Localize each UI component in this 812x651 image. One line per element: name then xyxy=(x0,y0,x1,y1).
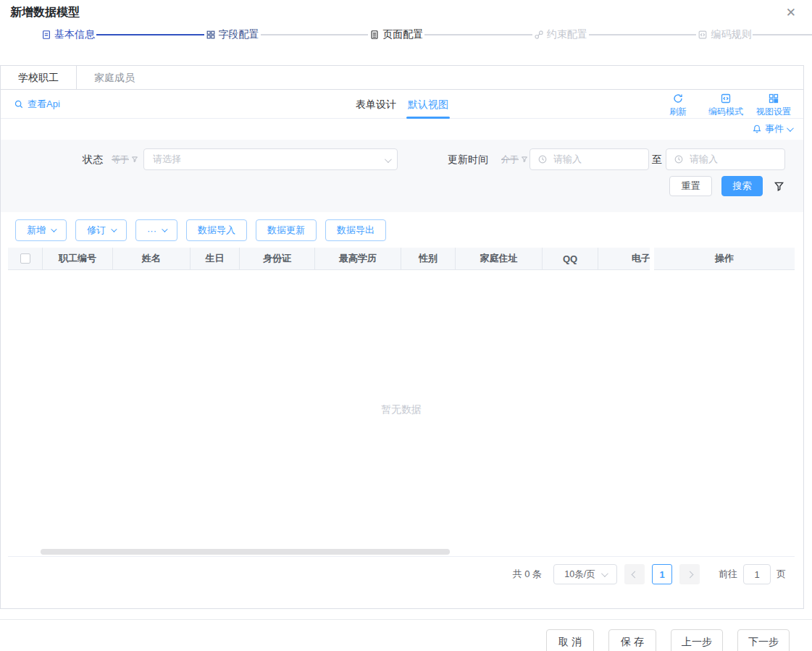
fields-grid-icon xyxy=(206,30,216,40)
events-row: 事件 xyxy=(1,119,803,140)
events-dropdown[interactable]: 事件 xyxy=(752,122,792,135)
view-api-link[interactable]: 查看Api xyxy=(14,90,60,119)
tab-form-design[interactable]: 表单设计 xyxy=(356,90,396,119)
empty-placeholder: 暂无数据 xyxy=(381,403,422,416)
code-mode-button[interactable]: 编码模式 xyxy=(702,93,750,118)
chevron-down-icon xyxy=(601,570,608,577)
total-count: 共 0 条 xyxy=(513,568,542,581)
data-import-button[interactable]: 数据导入 xyxy=(186,219,247,241)
status-operator[interactable]: 等于 xyxy=(112,148,138,170)
chevron-down-icon xyxy=(162,226,167,232)
tab-school-staff[interactable]: 学校职工 xyxy=(1,66,77,90)
step-label: 基本信息 xyxy=(54,28,95,41)
step-connector xyxy=(96,34,204,35)
view-settings-icon xyxy=(768,93,779,104)
add-data-model-dialog: 新增数据模型 ✕ 基本信息 字段配置 页面配置 约束配置 编码规则 xyxy=(0,0,812,651)
column-header: 生日 xyxy=(191,248,240,269)
horizontal-scrollbar xyxy=(8,548,795,556)
step-basic-info[interactable]: 基本信息 xyxy=(41,28,95,41)
column-header-operation: 操作 xyxy=(654,248,795,270)
page-unit-label: 页 xyxy=(777,568,786,581)
chevron-right-icon xyxy=(686,571,693,578)
status-filter-label: 状态 xyxy=(83,148,103,170)
chevron-left-icon xyxy=(631,571,638,578)
select-all-checkbox[interactable] xyxy=(20,253,30,264)
advanced-filter-button[interactable] xyxy=(774,181,784,192)
step-code-rule[interactable]: 编码规则 xyxy=(698,28,751,41)
column-header: 职工编号 xyxy=(43,248,113,269)
model-tabs-bar: 学校职工 家庭成员 xyxy=(1,66,803,90)
step-connector xyxy=(424,34,532,35)
refresh-button[interactable]: 刷新 xyxy=(654,93,702,118)
tab-family-members[interactable]: 家庭成员 xyxy=(77,66,152,90)
prev-step-button[interactable]: 上一步 xyxy=(671,629,723,651)
chevron-down-icon xyxy=(111,226,117,232)
data-update-button[interactable]: 数据更新 xyxy=(256,219,317,241)
column-header: 家庭住址 xyxy=(456,248,543,269)
toolbar-right-actions: 刷新 编码模式 视图设置 xyxy=(654,93,798,118)
chevron-down-icon xyxy=(787,125,794,132)
add-button[interactable]: 新增 xyxy=(15,219,67,241)
step-page-config[interactable]: 页面配置 xyxy=(369,28,423,41)
step-wizard: 基本信息 字段配置 页面配置 约束配置 编码规则 xyxy=(0,26,812,43)
funnel-icon xyxy=(774,181,784,192)
goto-page-input[interactable] xyxy=(743,564,771,584)
scrollbar-thumb[interactable] xyxy=(41,549,450,555)
update-time-start-input[interactable]: 请输入 xyxy=(530,148,649,170)
close-icon[interactable]: ✕ xyxy=(786,7,796,19)
code-rule-icon xyxy=(698,30,708,40)
step-connector xyxy=(589,34,697,35)
page-icon xyxy=(369,30,380,40)
link-icon xyxy=(534,30,544,40)
more-actions-button[interactable]: ··· xyxy=(135,219,177,241)
pagination: 共 0 条 10条/页 1 前往 页 xyxy=(1,563,786,585)
column-header: 性别 xyxy=(401,248,456,269)
view-settings-button[interactable]: 视图设置 xyxy=(750,93,798,118)
next-page-button[interactable] xyxy=(679,564,700,584)
refresh-icon xyxy=(672,93,684,104)
prev-page-button[interactable] xyxy=(624,564,645,584)
step-constraint-config[interactable]: 约束配置 xyxy=(534,28,587,41)
code-mode-icon xyxy=(720,93,732,104)
reset-button[interactable]: 重置 xyxy=(669,176,712,196)
step-field-config[interactable]: 字段配置 xyxy=(206,28,259,41)
save-button[interactable]: 保 存 xyxy=(608,629,656,651)
status-select[interactable]: 请选择 xyxy=(143,148,398,170)
data-table: 职工编号 姓名 生日 身份证 最高学历 性别 家庭住址 QQ 电子邮箱 暂无数据… xyxy=(8,248,795,557)
view-toolbar: 查看Api 表单设计 默认视图 刷新 编码模式 视图设置 xyxy=(1,90,803,119)
column-header: 身份证 xyxy=(240,248,315,269)
revise-button[interactable]: 修订 xyxy=(75,219,127,241)
update-time-filter-label: 更新时间 xyxy=(448,148,488,170)
update-time-end-input[interactable]: 请输入 xyxy=(666,148,785,170)
step-label: 字段配置 xyxy=(219,28,259,41)
current-page[interactable]: 1 xyxy=(652,564,672,584)
cancel-button[interactable]: 取 消 xyxy=(546,629,594,651)
filter-panel: 状态 等于 请选择 更新时间 介于 请输入 至 请输入 xyxy=(1,140,803,212)
data-export-button[interactable]: 数据导出 xyxy=(325,219,386,241)
fixed-operation-column: 操作 xyxy=(650,248,795,548)
column-header: 最高学历 xyxy=(315,248,401,269)
update-time-operator[interactable]: 介于 xyxy=(501,148,528,170)
range-separator: 至 xyxy=(652,148,662,170)
filter-buttons: 重置 搜索 xyxy=(669,176,784,196)
dialog-title: 新增数据模型 xyxy=(10,5,80,20)
model-panel: 学校职工 家庭成员 查看Api 表单设计 默认视图 刷新 编码模式 xyxy=(0,65,804,609)
table-action-row: 新增 修订 ··· 数据导入 数据更新 数据导出 xyxy=(15,219,386,241)
design-view-tabs: 表单设计 默认视图 xyxy=(356,90,448,119)
column-header: 姓名 xyxy=(113,248,191,269)
next-step-button[interactable]: 下一步 xyxy=(737,629,790,651)
goto-label: 前往 xyxy=(719,568,737,581)
document-icon xyxy=(41,30,51,40)
chevron-down-icon xyxy=(385,156,392,163)
step-label: 页面配置 xyxy=(382,28,423,41)
chevron-down-icon xyxy=(51,226,56,232)
step-label: 约束配置 xyxy=(547,28,587,41)
search-button[interactable]: 搜索 xyxy=(721,176,763,196)
footer-divider xyxy=(0,619,812,620)
tab-default-view[interactable]: 默认视图 xyxy=(408,90,448,119)
bell-icon xyxy=(752,124,762,134)
funnel-icon xyxy=(521,156,528,163)
page-size-select[interactable]: 10条/页 xyxy=(553,564,617,584)
select-all-cell xyxy=(8,248,43,269)
step-connector xyxy=(753,34,812,35)
